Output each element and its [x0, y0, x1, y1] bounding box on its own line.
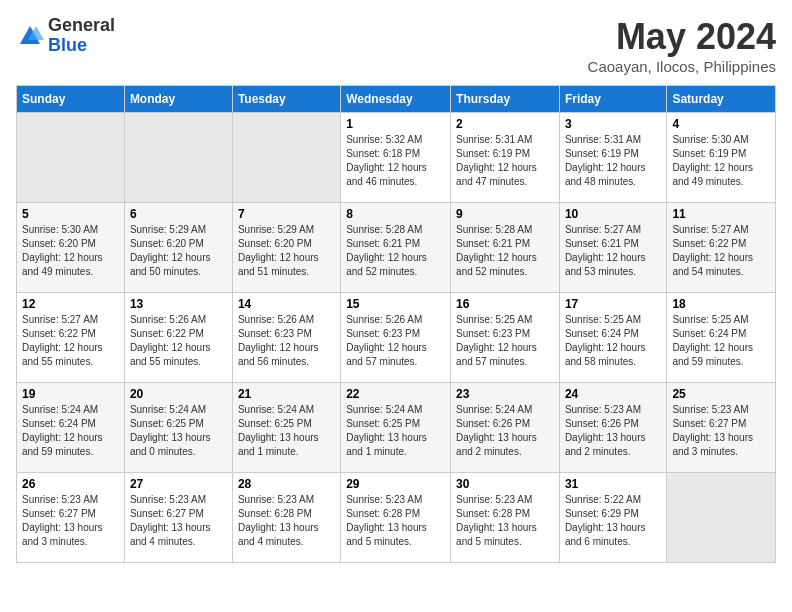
week-row-2: 5Sunrise: 5:30 AM Sunset: 6:20 PM Daylig… — [17, 203, 776, 293]
day-number: 13 — [130, 297, 227, 311]
day-number: 23 — [456, 387, 554, 401]
calendar-cell: 11Sunrise: 5:27 AM Sunset: 6:22 PM Dayli… — [667, 203, 776, 293]
weekday-header-monday: Monday — [124, 86, 232, 113]
weekday-header-thursday: Thursday — [451, 86, 560, 113]
calendar-cell: 22Sunrise: 5:24 AM Sunset: 6:25 PM Dayli… — [341, 383, 451, 473]
day-info: Sunrise: 5:23 AM Sunset: 6:28 PM Dayligh… — [346, 493, 445, 549]
day-number: 31 — [565, 477, 661, 491]
calendar-cell: 9Sunrise: 5:28 AM Sunset: 6:21 PM Daylig… — [451, 203, 560, 293]
week-row-4: 19Sunrise: 5:24 AM Sunset: 6:24 PM Dayli… — [17, 383, 776, 473]
day-info: Sunrise: 5:23 AM Sunset: 6:26 PM Dayligh… — [565, 403, 661, 459]
calendar-cell: 10Sunrise: 5:27 AM Sunset: 6:21 PM Dayli… — [559, 203, 666, 293]
calendar-cell: 18Sunrise: 5:25 AM Sunset: 6:24 PM Dayli… — [667, 293, 776, 383]
calendar-cell: 30Sunrise: 5:23 AM Sunset: 6:28 PM Dayli… — [451, 473, 560, 563]
location: Caoayan, Ilocos, Philippines — [588, 58, 776, 75]
day-number: 12 — [22, 297, 119, 311]
day-info: Sunrise: 5:25 AM Sunset: 6:23 PM Dayligh… — [456, 313, 554, 369]
calendar-cell: 20Sunrise: 5:24 AM Sunset: 6:25 PM Dayli… — [124, 383, 232, 473]
day-number: 22 — [346, 387, 445, 401]
day-number: 11 — [672, 207, 770, 221]
calendar-cell: 19Sunrise: 5:24 AM Sunset: 6:24 PM Dayli… — [17, 383, 125, 473]
calendar-cell: 21Sunrise: 5:24 AM Sunset: 6:25 PM Dayli… — [232, 383, 340, 473]
calendar-cell: 23Sunrise: 5:24 AM Sunset: 6:26 PM Dayli… — [451, 383, 560, 473]
day-info: Sunrise: 5:23 AM Sunset: 6:27 PM Dayligh… — [22, 493, 119, 549]
day-number: 5 — [22, 207, 119, 221]
calendar-cell: 6Sunrise: 5:29 AM Sunset: 6:20 PM Daylig… — [124, 203, 232, 293]
weekday-header-tuesday: Tuesday — [232, 86, 340, 113]
day-info: Sunrise: 5:25 AM Sunset: 6:24 PM Dayligh… — [565, 313, 661, 369]
logo: General Blue — [16, 16, 115, 56]
calendar-cell: 15Sunrise: 5:26 AM Sunset: 6:23 PM Dayli… — [341, 293, 451, 383]
calendar-cell: 3Sunrise: 5:31 AM Sunset: 6:19 PM Daylig… — [559, 113, 666, 203]
day-number: 19 — [22, 387, 119, 401]
day-number: 28 — [238, 477, 335, 491]
calendar-cell: 17Sunrise: 5:25 AM Sunset: 6:24 PM Dayli… — [559, 293, 666, 383]
week-row-5: 26Sunrise: 5:23 AM Sunset: 6:27 PM Dayli… — [17, 473, 776, 563]
day-number: 4 — [672, 117, 770, 131]
day-info: Sunrise: 5:27 AM Sunset: 6:21 PM Dayligh… — [565, 223, 661, 279]
calendar-cell: 29Sunrise: 5:23 AM Sunset: 6:28 PM Dayli… — [341, 473, 451, 563]
day-info: Sunrise: 5:31 AM Sunset: 6:19 PM Dayligh… — [565, 133, 661, 189]
day-number: 1 — [346, 117, 445, 131]
calendar-cell: 25Sunrise: 5:23 AM Sunset: 6:27 PM Dayli… — [667, 383, 776, 473]
day-info: Sunrise: 5:23 AM Sunset: 6:27 PM Dayligh… — [672, 403, 770, 459]
logo-blue-text: Blue — [48, 35, 87, 55]
header: General Blue May 2024 Caoayan, Ilocos, P… — [16, 16, 776, 75]
weekday-header-row: SundayMondayTuesdayWednesdayThursdayFrid… — [17, 86, 776, 113]
day-info: Sunrise: 5:23 AM Sunset: 6:28 PM Dayligh… — [238, 493, 335, 549]
calendar-cell: 28Sunrise: 5:23 AM Sunset: 6:28 PM Dayli… — [232, 473, 340, 563]
day-info: Sunrise: 5:30 AM Sunset: 6:19 PM Dayligh… — [672, 133, 770, 189]
day-info: Sunrise: 5:24 AM Sunset: 6:24 PM Dayligh… — [22, 403, 119, 459]
day-number: 30 — [456, 477, 554, 491]
calendar-cell: 2Sunrise: 5:31 AM Sunset: 6:19 PM Daylig… — [451, 113, 560, 203]
day-number: 29 — [346, 477, 445, 491]
day-info: Sunrise: 5:28 AM Sunset: 6:21 PM Dayligh… — [456, 223, 554, 279]
calendar-cell: 24Sunrise: 5:23 AM Sunset: 6:26 PM Dayli… — [559, 383, 666, 473]
calendar-table: SundayMondayTuesdayWednesdayThursdayFrid… — [16, 85, 776, 563]
day-info: Sunrise: 5:26 AM Sunset: 6:22 PM Dayligh… — [130, 313, 227, 369]
day-number: 2 — [456, 117, 554, 131]
week-row-3: 12Sunrise: 5:27 AM Sunset: 6:22 PM Dayli… — [17, 293, 776, 383]
day-info: Sunrise: 5:32 AM Sunset: 6:18 PM Dayligh… — [346, 133, 445, 189]
calendar-cell: 31Sunrise: 5:22 AM Sunset: 6:29 PM Dayli… — [559, 473, 666, 563]
logo-icon — [16, 22, 44, 50]
weekday-header-sunday: Sunday — [17, 86, 125, 113]
day-info: Sunrise: 5:24 AM Sunset: 6:25 PM Dayligh… — [346, 403, 445, 459]
calendar-cell — [232, 113, 340, 203]
calendar-cell: 4Sunrise: 5:30 AM Sunset: 6:19 PM Daylig… — [667, 113, 776, 203]
day-info: Sunrise: 5:30 AM Sunset: 6:20 PM Dayligh… — [22, 223, 119, 279]
day-number: 20 — [130, 387, 227, 401]
day-info: Sunrise: 5:27 AM Sunset: 6:22 PM Dayligh… — [672, 223, 770, 279]
day-number: 14 — [238, 297, 335, 311]
day-number: 15 — [346, 297, 445, 311]
day-number: 8 — [346, 207, 445, 221]
day-number: 18 — [672, 297, 770, 311]
day-info: Sunrise: 5:23 AM Sunset: 6:28 PM Dayligh… — [456, 493, 554, 549]
day-number: 26 — [22, 477, 119, 491]
day-number: 10 — [565, 207, 661, 221]
day-number: 25 — [672, 387, 770, 401]
day-info: Sunrise: 5:26 AM Sunset: 6:23 PM Dayligh… — [238, 313, 335, 369]
day-number: 27 — [130, 477, 227, 491]
weekday-header-saturday: Saturday — [667, 86, 776, 113]
calendar-cell: 12Sunrise: 5:27 AM Sunset: 6:22 PM Dayli… — [17, 293, 125, 383]
calendar-cell: 16Sunrise: 5:25 AM Sunset: 6:23 PM Dayli… — [451, 293, 560, 383]
month-year: May 2024 — [588, 16, 776, 58]
day-number: 16 — [456, 297, 554, 311]
day-info: Sunrise: 5:22 AM Sunset: 6:29 PM Dayligh… — [565, 493, 661, 549]
day-info: Sunrise: 5:28 AM Sunset: 6:21 PM Dayligh… — [346, 223, 445, 279]
calendar-cell: 5Sunrise: 5:30 AM Sunset: 6:20 PM Daylig… — [17, 203, 125, 293]
day-number: 24 — [565, 387, 661, 401]
day-info: Sunrise: 5:24 AM Sunset: 6:25 PM Dayligh… — [238, 403, 335, 459]
day-number: 3 — [565, 117, 661, 131]
day-number: 6 — [130, 207, 227, 221]
day-number: 17 — [565, 297, 661, 311]
day-number: 21 — [238, 387, 335, 401]
calendar-cell: 13Sunrise: 5:26 AM Sunset: 6:22 PM Dayli… — [124, 293, 232, 383]
day-number: 7 — [238, 207, 335, 221]
calendar-cell — [667, 473, 776, 563]
day-info: Sunrise: 5:26 AM Sunset: 6:23 PM Dayligh… — [346, 313, 445, 369]
calendar-cell — [17, 113, 125, 203]
title-area: May 2024 Caoayan, Ilocos, Philippines — [588, 16, 776, 75]
weekday-header-friday: Friday — [559, 86, 666, 113]
